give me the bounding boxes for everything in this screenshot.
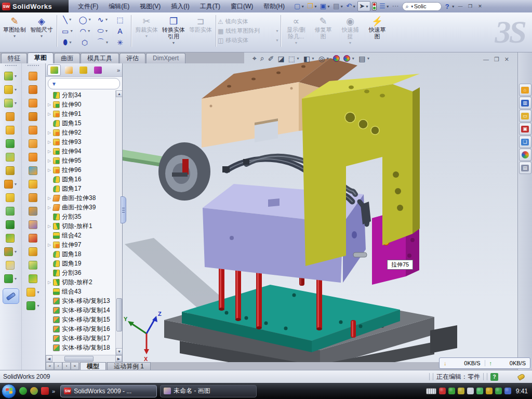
trim-entities-button[interactable]: ✂剪裁实体▼ (133, 14, 160, 48)
expand-caret-icon[interactable]: ▷ (48, 168, 53, 172)
toolbar-drag-handle[interactable] (5, 65, 17, 67)
delete-body-icon[interactable] (6, 258, 16, 272)
user-switch-tray-icon[interactable] (504, 388, 511, 394)
close-button[interactable]: ✕ (476, 3, 485, 10)
rebuild-traffic-light-icon[interactable] (371, 1, 378, 11)
h-scroll-thumb[interactable] (64, 356, 94, 362)
slot-icon[interactable]: ⬮▼ (59, 37, 76, 48)
doc-close-button[interactable]: ✕ (504, 56, 509, 63)
dropdown-caret-icon[interactable]: ▼ (311, 57, 315, 60)
menu-item-w[interactable]: 窗口(W) (225, 0, 258, 12)
dropdown-caret-icon[interactable]: ▼ (275, 29, 279, 33)
solidworks-quick-icon[interactable] (41, 387, 49, 395)
repair-sketch-button[interactable]: ✎修复草 图 (310, 14, 337, 48)
menu-item-e[interactable]: 编辑(E) (103, 0, 135, 12)
dropdown-caret-icon[interactable]: ▼ (40, 34, 44, 38)
minimize-button[interactable]: — (456, 3, 465, 10)
mirror-entities-button[interactable]: ⚠镜向实体 (218, 18, 279, 25)
design-library-icon[interactable]: ▥ (519, 97, 531, 109)
task-button-paint[interactable]: 未命名 - 画图 (160, 385, 257, 397)
flex-icon[interactable]: ▼ (4, 272, 18, 285)
save-icon[interactable]: ▣▼ (319, 1, 331, 11)
doc-restore-button[interactable]: ❐ (494, 56, 499, 63)
rib-icon[interactable] (6, 191, 16, 204)
delete-face-icon[interactable] (29, 231, 38, 245)
scroll-up-button[interactable]: ▲ (116, 90, 122, 97)
featuremanager-tree-tab[interactable] (47, 64, 61, 76)
dropdown-caret-icon[interactable]: ▼ (145, 34, 149, 38)
view-orientation-icon[interactable]: ⬚▼ (288, 55, 300, 63)
tree-item[interactable]: ▷拉伸96 (46, 165, 122, 175)
tree-item[interactable]: ▷拉伸94 (46, 147, 122, 156)
new-document-icon[interactable]: ▢▼ (293, 1, 305, 11)
dropdown-caret-icon[interactable]: ▼ (351, 57, 355, 60)
menu-item-v[interactable]: 视图(V) (135, 0, 166, 12)
dropdown-caret-icon[interactable]: ▼ (296, 57, 300, 60)
shell-icon[interactable] (6, 204, 16, 218)
select-arrow-icon[interactable]: ➤▼ (357, 1, 370, 11)
mold-assembly-model[interactable]: Y Z X (123, 50, 517, 362)
configurationmanager-tab[interactable] (76, 64, 90, 76)
extruded-surface-icon[interactable] (29, 69, 38, 83)
expand-caret-icon[interactable]: ▷ (48, 130, 53, 135)
dropdown-caret-icon[interactable]: ▼ (301, 5, 304, 8)
filter-input[interactable] (59, 81, 132, 87)
thicken-icon[interactable] (29, 191, 38, 204)
fillet-icon[interactable]: ▼ (4, 96, 18, 110)
dropdown-caret-icon[interactable]: ▼ (13, 34, 17, 38)
smart-dimension-button[interactable]: ◈智能尺寸▼ (28, 14, 55, 48)
expand-caret-icon[interactable]: ▷ (48, 224, 53, 229)
propertymanager-tab[interactable] (62, 64, 75, 76)
search-scope-caret-icon[interactable]: ▼ (410, 5, 414, 8)
linear-pattern-icon[interactable]: ▼ (4, 177, 18, 191)
arc-icon[interactable]: ◠▼ (76, 25, 94, 37)
split-icon[interactable] (6, 231, 16, 245)
sync-tray-icon[interactable] (476, 388, 483, 394)
launcher-icon[interactable] (30, 387, 38, 395)
circle-icon[interactable]: ◯▼ (76, 14, 94, 25)
dropdown-caret-icon[interactable]: ▼ (295, 41, 298, 45)
dropdown-caret-icon[interactable]: ▼ (340, 5, 343, 8)
measure-button[interactable] (3, 288, 19, 304)
doc-minimize-button[interactable]: — (483, 56, 489, 63)
tree-item[interactable]: ▷拉伸91 (46, 109, 122, 118)
quick-launch-overflow-icon[interactable]: » (52, 388, 55, 394)
tab-模具工具[interactable]: 模具工具 (81, 53, 119, 63)
surface-fillet-icon[interactable] (29, 258, 38, 272)
dropdown-caret-icon[interactable]: ▼ (352, 5, 356, 8)
addins-icon[interactable]: ⋯ (391, 1, 400, 11)
hide-show-items-icon[interactable]: ◎▼ (318, 55, 329, 63)
overflow-chevron-icon[interactable]: » (117, 67, 120, 73)
draft-icon[interactable] (6, 150, 16, 164)
view-palette-icon[interactable]: ❏ (519, 136, 531, 148)
lofted-surface-icon[interactable] (29, 110, 38, 123)
toolbar-drag-handle[interactable] (28, 65, 39, 67)
expand-caret-icon[interactable]: ▷ (48, 280, 53, 285)
ellipse-icon[interactable]: ⬭▼ (94, 25, 112, 37)
menu-item-i[interactable]: 插入(I) (166, 0, 194, 12)
trim-surface-icon[interactable] (29, 204, 38, 218)
home-icon[interactable]: ⌂ (519, 84, 531, 96)
section-view-icon[interactable]: ◪ (277, 55, 284, 63)
offset-surface-icon[interactable] (29, 164, 38, 177)
dropdown-caret-icon[interactable]: ▼ (314, 5, 317, 8)
zoom-area-icon[interactable]: ⌕ (260, 54, 264, 63)
tree-item[interactable]: 实体-移动/复制17 (46, 334, 122, 343)
linear-sketch-pattern-button[interactable]: ▦线性草图阵列▼ (218, 27, 279, 35)
security-alert-tray-icon[interactable] (439, 388, 446, 394)
line-icon[interactable]: ╲▼ (59, 14, 76, 25)
tree-item[interactable]: ▷拉伸90 (46, 100, 122, 109)
sprue-bushing-part[interactable] (123, 142, 210, 201)
volume-tray-icon[interactable] (467, 388, 474, 394)
options-list-icon[interactable]: ☰▼ (378, 1, 391, 11)
tree-item[interactable]: 分割34 (46, 90, 122, 100)
polygon-icon[interactable]: ⬡ (76, 37, 94, 48)
expand-caret-icon[interactable]: ▷ (48, 140, 53, 144)
scroll-thumb[interactable] (116, 298, 122, 331)
dropdown-caret-icon[interactable]: ▼ (365, 5, 369, 8)
dimxpertmanager-tab[interactable] (91, 64, 104, 76)
hole-wizard-icon[interactable] (6, 164, 16, 177)
search-box[interactable]: ⌕ ▼ (402, 2, 442, 11)
tree-item[interactable]: 圆角16 (46, 175, 122, 184)
tree-horizontal-scrollbar[interactable]: ◀ ▶ (46, 355, 122, 362)
